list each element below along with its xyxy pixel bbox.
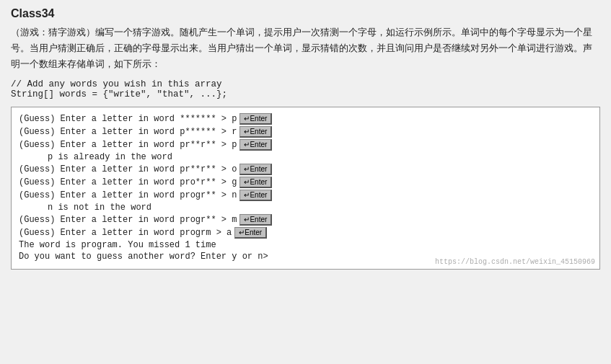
line-text: (Guess) Enter a letter in word ******* >… bbox=[19, 114, 237, 124]
line-text: Do you want to guess another word? Enter… bbox=[19, 252, 268, 262]
terminal-line: (Guess) Enter a letter in word pr**r** >… bbox=[19, 139, 592, 151]
line-text: (Guess) Enter a letter in word progr** >… bbox=[19, 215, 237, 225]
enter-button[interactable]: ↵Enter bbox=[234, 227, 267, 239]
enter-button[interactable]: ↵Enter bbox=[239, 139, 272, 151]
code-line-1: // Add any words you wish in this array bbox=[11, 79, 600, 89]
terminal-box: (Guess) Enter a letter in word ******* >… bbox=[11, 107, 600, 270]
watermark: https://blog.csdn.net/weixin_45150969 bbox=[435, 258, 595, 266]
code-block: // Add any words you wish in this array … bbox=[11, 79, 600, 99]
line-text: (Guess) Enter a letter in word pr**r** >… bbox=[19, 140, 237, 150]
terminal-line: (Guess) Enter a letter in word progr** >… bbox=[19, 214, 592, 226]
terminal-line: (Guess) Enter a letter in word progrm > … bbox=[19, 227, 592, 239]
enter-button[interactable]: ↵Enter bbox=[239, 214, 272, 226]
description: （游戏：猜字游戏）编写一个猜字游戏。随机产生一个单词，提示用户一次猜测一个字母，… bbox=[11, 25, 600, 72]
enter-button[interactable]: ↵Enter bbox=[239, 190, 272, 201]
terminal-line: (Guess) Enter a letter in word pr**r** >… bbox=[19, 164, 592, 175]
code-line-2: String[] words = {"write", "that", ...}; bbox=[11, 89, 600, 99]
line-text: (Guess) Enter a letter in word progrm > … bbox=[19, 228, 232, 238]
line-text: (Guess) Enter a letter in word pro*r** >… bbox=[19, 177, 237, 187]
enter-button[interactable]: ↵Enter bbox=[239, 164, 272, 175]
terminal-line: n is not in the word bbox=[19, 203, 592, 213]
terminal-line: (Guess) Enter a letter in word pro*r** >… bbox=[19, 177, 592, 188]
terminal-line: (Guess) Enter a letter in word ******* >… bbox=[19, 113, 592, 125]
enter-button[interactable]: ↵Enter bbox=[239, 177, 272, 188]
enter-button[interactable]: ↵Enter bbox=[239, 126, 272, 138]
enter-button[interactable]: ↵Enter bbox=[239, 113, 272, 125]
terminal-line: p is already in the word bbox=[19, 152, 592, 162]
line-text: (Guess) Enter a letter in word progr** >… bbox=[19, 190, 237, 200]
terminal-line: The word is program. You missed 1 time bbox=[19, 240, 592, 250]
title: Class34 bbox=[11, 7, 600, 20]
line-text: (Guess) Enter a letter in word pr**r** >… bbox=[19, 164, 237, 174]
terminal-line: (Guess) Enter a letter in word progr** >… bbox=[19, 190, 592, 201]
line-text: (Guess) Enter a letter in word p****** >… bbox=[19, 127, 237, 137]
terminal-line: (Guess) Enter a letter in word p****** >… bbox=[19, 126, 592, 138]
line-text: The word is program. You missed 1 time bbox=[19, 240, 216, 250]
